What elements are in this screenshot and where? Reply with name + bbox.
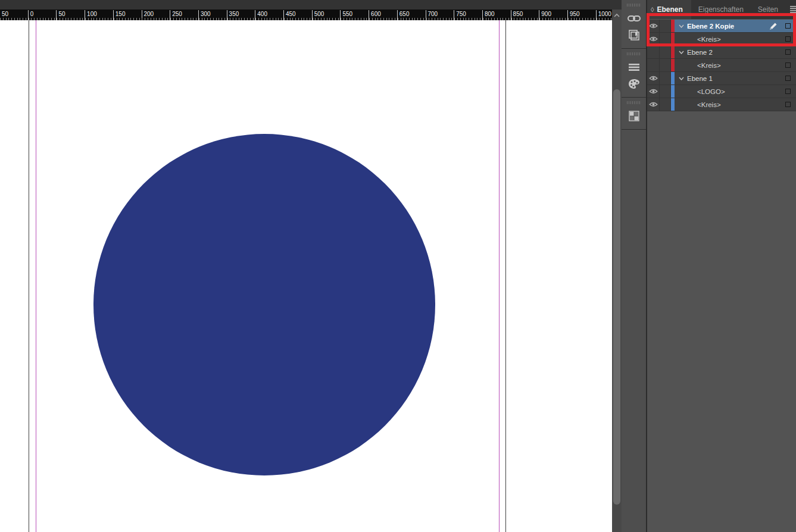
tab-ebenen[interactable]: ◊ Ebenen <box>647 0 691 19</box>
margin-guide-left[interactable] <box>36 20 36 532</box>
lock-toggle-cell[interactable] <box>660 46 671 58</box>
lock-toggle-cell[interactable] <box>660 85 671 98</box>
lock-toggle-cell[interactable] <box>660 98 671 111</box>
selection-target-box[interactable] <box>785 62 791 68</box>
layer-row-content[interactable]: <Kreis> <box>675 33 796 45</box>
circle-object[interactable] <box>93 134 435 475</box>
layer-row-content[interactable]: Ebene 1 <box>675 72 796 85</box>
tab-seiten[interactable]: Seiten <box>751 0 785 19</box>
page-border-left <box>29 20 29 532</box>
selection-target-box[interactable] <box>785 23 791 29</box>
layer-row[interactable]: Ebene 2 Kopie <box>647 20 796 33</box>
selection-target-box[interactable] <box>785 76 791 81</box>
pages-grid-panel-icon[interactable] <box>622 108 646 124</box>
margin-guide-right[interactable] <box>499 20 500 532</box>
lock-toggle-cell[interactable] <box>660 72 671 85</box>
layer-row-content[interactable]: <Kreis> <box>675 98 796 111</box>
horizontal-ruler[interactable]: 5005010015020025030035040045050055060065… <box>0 10 612 20</box>
vertical-scrollbar[interactable] <box>612 10 622 532</box>
visibility-toggle-empty[interactable] <box>647 46 660 58</box>
visibility-eye-icon[interactable] <box>647 98 660 111</box>
chevron-down-icon[interactable] <box>679 51 685 54</box>
color-palette-panel-icon[interactable] <box>622 76 646 92</box>
visibility-eye-icon[interactable] <box>647 33 660 45</box>
layer-row[interactable]: Ebene 2 <box>647 46 796 59</box>
top-strip <box>0 0 622 10</box>
dock-group-1 <box>622 0 646 49</box>
layer-name[interactable]: Ebene 1 <box>687 75 713 82</box>
panel-tab-bar: ◊ Ebenen Eigenschaften Seiten <box>647 0 796 19</box>
layer-row[interactable]: <Kreis> <box>647 98 796 111</box>
layer-row[interactable]: <Kreis> <box>647 59 796 72</box>
visibility-eye-icon[interactable] <box>647 72 660 85</box>
visibility-eye-icon[interactable] <box>647 85 660 98</box>
layer-row-content[interactable]: <Kreis> <box>675 59 796 71</box>
layer-name[interactable]: Ebene 2 Kopie <box>687 23 734 30</box>
dock-gripper[interactable] <box>627 52 641 55</box>
dock-group-2 <box>622 49 646 98</box>
layers-panel: ◊ Ebenen Eigenschaften Seiten Ebene 2 Ko… <box>647 0 796 532</box>
links-panel-icon[interactable] <box>622 10 646 27</box>
visibility-eye-icon[interactable] <box>647 20 660 32</box>
lock-toggle-cell[interactable] <box>660 20 671 32</box>
tab-eigenschaften[interactable]: Eigenschaften <box>691 0 751 19</box>
selection-target-box[interactable] <box>785 89 791 94</box>
lock-toggle-cell[interactable] <box>660 59 671 71</box>
layer-row-content[interactable]: Ebene 2 <box>675 46 796 58</box>
edit-pencil-icon <box>769 21 778 31</box>
tab-eigenschaften-label: Eigenschaften <box>698 5 744 14</box>
selection-target-box[interactable] <box>785 36 791 42</box>
indesign-workspace: 5005010015020025030035040045050055060065… <box>0 0 796 532</box>
chevron-down-icon[interactable] <box>679 24 685 28</box>
dock-gripper[interactable] <box>627 4 641 7</box>
page-border-right <box>505 20 506 532</box>
lock-toggle-cell[interactable] <box>660 33 671 45</box>
document-canvas[interactable] <box>0 20 612 532</box>
layer-row[interactable]: <Kreis> <box>647 33 796 46</box>
scrollbar-thumb[interactable] <box>613 89 620 505</box>
layer-name[interactable]: <Kreis> <box>697 101 721 108</box>
dock-group-3 <box>622 98 646 130</box>
pages-bookmark-panel-icon[interactable] <box>622 27 646 43</box>
dock-gripper[interactable] <box>627 101 641 104</box>
selection-target-box[interactable] <box>785 49 791 55</box>
panel-collapse-icon[interactable]: ◊ <box>651 6 654 13</box>
layer-name[interactable]: Ebene 2 <box>687 49 713 56</box>
menu-lines-panel-icon[interactable] <box>622 59 646 76</box>
layer-name[interactable]: <LOGO> <box>697 88 725 95</box>
scroll-up-icon[interactable] <box>614 13 620 18</box>
layer-name[interactable]: <Kreis> <box>697 62 721 69</box>
panel-menu-icon[interactable] <box>785 0 796 19</box>
layer-row-content[interactable]: <LOGO> <box>675 85 796 98</box>
layer-row-content[interactable]: Ebene 2 Kopie <box>675 20 796 32</box>
tab-seiten-label: Seiten <box>758 5 778 14</box>
layer-list: Ebene 2 Kopie<Kreis>Ebene 2<Kreis>Ebene … <box>647 20 796 111</box>
tab-ebenen-label: Ebenen <box>657 5 682 14</box>
selection-target-box[interactable] <box>785 102 791 107</box>
layer-row[interactable]: Ebene 1 <box>647 72 796 85</box>
layer-name[interactable]: <Kreis> <box>697 36 721 43</box>
visibility-toggle-empty[interactable] <box>647 59 660 71</box>
chevron-down-icon[interactable] <box>679 77 685 80</box>
panel-dock <box>622 0 647 532</box>
layer-row[interactable]: <LOGO> <box>647 85 796 98</box>
